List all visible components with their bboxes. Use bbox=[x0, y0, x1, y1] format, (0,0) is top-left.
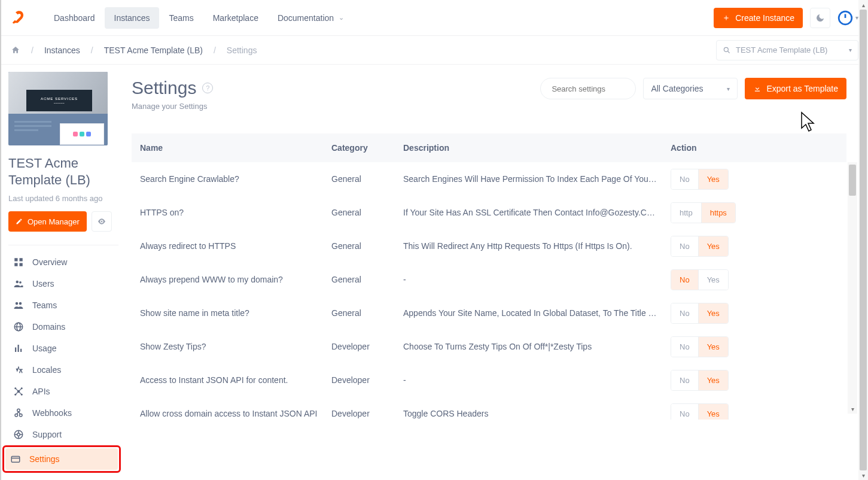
settings-search-input[interactable] bbox=[552, 84, 652, 93]
cell-action: NoYes bbox=[671, 303, 838, 324]
sidebar-item-usage[interactable]: Usage bbox=[8, 338, 118, 359]
cell-name: Allow cross domain access to Instant JSO… bbox=[140, 409, 331, 418]
locale-icon bbox=[13, 364, 24, 375]
cell-category: General bbox=[331, 174, 403, 184]
nav-instances[interactable]: Instances bbox=[105, 7, 160, 29]
table-row: Always prepend WWW to my domain? General… bbox=[132, 263, 846, 296]
cell-category: General bbox=[331, 308, 403, 318]
cell-description: Toggle CORS Headers bbox=[403, 409, 671, 418]
open-manager-button[interactable]: Open Manager bbox=[8, 211, 87, 232]
svg-line-27 bbox=[19, 391, 22, 394]
sidebar-item-users[interactable]: Users bbox=[8, 273, 118, 294]
cell-action: NoYes bbox=[671, 236, 838, 257]
table-row: Show Zesty Tips? Developer Choose To Tur… bbox=[132, 330, 846, 363]
cell-action: NoYes bbox=[671, 336, 838, 357]
window-scrollbar[interactable]: ▴ ▾ bbox=[858, 0, 868, 480]
settings-icon bbox=[10, 454, 21, 464]
cell-name: Always redirect to HTTPS bbox=[140, 241, 331, 251]
create-instance-button[interactable]: ＋ Create Instance bbox=[714, 8, 803, 28]
open-manager-label: Open Manager bbox=[28, 217, 80, 226]
svg-point-32 bbox=[17, 433, 20, 436]
instance-switcher[interactable]: TEST Acme Template (LB) ▾ bbox=[716, 40, 858, 60]
table-row: Always redirect to HTTPS General This Wi… bbox=[132, 229, 846, 263]
toggle-option-no[interactable]: No bbox=[671, 337, 698, 357]
scrollbar-down-arrow[interactable]: ▾ bbox=[858, 470, 868, 480]
sidebar-item-webhooks[interactable]: Webhooks bbox=[8, 402, 118, 424]
home-icon[interactable] bbox=[11, 45, 20, 55]
table-row: Allow cross domain access to Instant JSO… bbox=[132, 397, 846, 420]
table-scrollbar[interactable]: ▾ bbox=[848, 162, 857, 414]
sidebar: ACME SERVICES━━━━━━ TEST Acme Template (… bbox=[1, 65, 123, 480]
cell-description: This Will Redirect Any Http Requests To … bbox=[403, 241, 671, 251]
breadcrumb-current: Settings bbox=[227, 45, 257, 55]
scrollbar-thumb[interactable] bbox=[860, 10, 867, 470]
toggle-group: httphttps bbox=[671, 202, 736, 223]
svg-line-26 bbox=[16, 391, 19, 394]
theme-toggle-button[interactable] bbox=[810, 8, 830, 28]
nav-dashboard[interactable]: Dashboard bbox=[44, 7, 105, 29]
breadcrumb-instances[interactable]: Instances bbox=[44, 45, 80, 55]
toggle-option-no[interactable]: No bbox=[671, 370, 698, 390]
teams-icon bbox=[13, 300, 24, 311]
breadcrumb-instance-name[interactable]: TEST Acme Template (LB) bbox=[104, 45, 203, 55]
create-instance-label: Create Instance bbox=[735, 13, 794, 23]
svg-rect-17 bbox=[18, 345, 19, 352]
toggle-group: NoYes bbox=[671, 336, 729, 357]
header-description: Description bbox=[403, 143, 671, 153]
scrollbar-up-arrow[interactable]: ▴ bbox=[858, 0, 868, 10]
sidebar-item-overview[interactable]: Overview bbox=[8, 251, 118, 273]
toggle-option-no[interactable]: No bbox=[671, 169, 698, 189]
toggle-option-yes[interactable]: Yes bbox=[698, 236, 728, 256]
toggle-option-no[interactable]: No bbox=[671, 270, 698, 290]
cell-category: Developer bbox=[331, 375, 403, 385]
preview-button[interactable] bbox=[92, 211, 112, 232]
toggle-option-no[interactable]: No bbox=[671, 404, 698, 420]
nav-teams[interactable]: Teams bbox=[159, 7, 203, 29]
svg-point-30 bbox=[17, 409, 20, 412]
cell-description: - bbox=[403, 275, 671, 284]
sidebar-item-label: Support bbox=[32, 430, 62, 439]
sidebar-item-label: Users bbox=[32, 279, 54, 288]
toggle-option-yes[interactable]: Yes bbox=[698, 169, 728, 189]
sidebar-item-locales[interactable]: Locales bbox=[8, 359, 118, 381]
sidebar-item-teams[interactable]: Teams bbox=[8, 294, 118, 316]
toggle-option-no[interactable]: No bbox=[671, 236, 698, 256]
globe-icon bbox=[13, 321, 24, 332]
toggle-option-http[interactable]: http bbox=[671, 203, 701, 223]
help-icon[interactable]: ? bbox=[202, 83, 213, 93]
toggle-group: NoYes bbox=[671, 303, 729, 324]
settings-table: Name Category Description Action Search … bbox=[132, 133, 846, 420]
cell-name: HTTPS on? bbox=[140, 208, 331, 217]
toggle-group: NoYes bbox=[671, 236, 729, 257]
nav-documentation[interactable]: Documentation ⌄ bbox=[268, 7, 354, 29]
toggle-option-no[interactable]: No bbox=[671, 303, 698, 323]
svg-line-3 bbox=[728, 51, 730, 53]
toggle-option-yes[interactable]: Yes bbox=[698, 270, 728, 290]
zesty-logo[interactable] bbox=[11, 10, 28, 26]
toggle-option-yes[interactable]: Yes bbox=[698, 337, 728, 357]
cell-name: Access to Instant JSON API for content. bbox=[140, 375, 331, 385]
table-row: Show site name in meta title? General Ap… bbox=[132, 296, 846, 330]
settings-search[interactable] bbox=[540, 78, 636, 99]
scrollbar-thumb[interactable] bbox=[849, 165, 856, 196]
cell-category: General bbox=[331, 241, 403, 251]
nav-marketplace[interactable]: Marketplace bbox=[203, 7, 268, 29]
toggle-option-https[interactable]: https bbox=[701, 203, 735, 223]
toggle-option-yes[interactable]: Yes bbox=[698, 303, 728, 323]
sidebar-item-domains[interactable]: Domains bbox=[8, 316, 118, 338]
toggle-option-yes[interactable]: Yes bbox=[698, 404, 728, 420]
sidebar-item-label: Overview bbox=[32, 257, 67, 267]
breadcrumb-separator: / bbox=[214, 45, 216, 55]
sidebar-item-apis[interactable]: APIs bbox=[8, 381, 118, 402]
scrollbar-down-arrow[interactable]: ▾ bbox=[848, 404, 857, 414]
cell-description: If Your Site Has An SSL Certificate Then… bbox=[403, 208, 671, 217]
user-menu-button[interactable]: ▾ bbox=[837, 10, 858, 26]
sidebar-item-settings[interactable]: Settings bbox=[5, 448, 118, 470]
toggle-option-yes[interactable]: Yes bbox=[698, 370, 728, 390]
sidebar-item-support[interactable]: Support bbox=[8, 424, 118, 445]
cell-description: Search Engines Will Have Permission To I… bbox=[403, 174, 671, 184]
svg-rect-5 bbox=[14, 258, 17, 261]
main-content: Settings? Manage your Settings All Categ… bbox=[123, 65, 868, 480]
export-template-button[interactable]: Export as Template bbox=[745, 78, 846, 99]
category-select[interactable]: All Categories ▾ bbox=[643, 78, 738, 99]
